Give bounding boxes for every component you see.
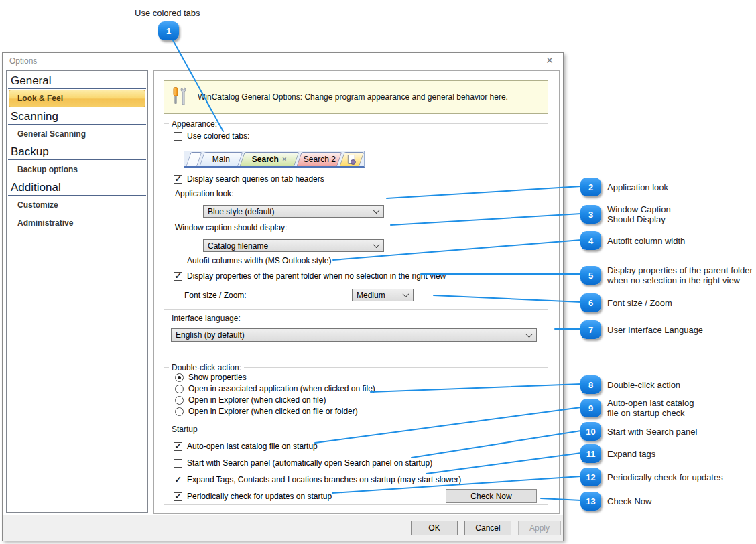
start-with-search-panel-checkbox[interactable]: Start with Search panel (automatically o… (174, 458, 432, 468)
checkbox-box (174, 492, 182, 501)
tab-label: Search 2 (303, 155, 335, 164)
tools-icon (171, 86, 187, 108)
callout-10: 10 Start with Search panel (580, 422, 697, 441)
banner-text: WinCatalog General Options: Change progr… (198, 92, 508, 102)
callout-label-5: Display properties of the parent folder … (607, 265, 753, 285)
checkbox-box (174, 132, 182, 141)
callout-label-2: Application look (607, 182, 668, 192)
radio-show-properties[interactable]: Show properties (175, 372, 247, 382)
appearance-group: Appearance: Use colored tabs: Main Searc… (164, 123, 548, 310)
tab-preview-main: Main (199, 152, 243, 166)
checkbox-box (174, 175, 182, 184)
radio-open-explorer-file-folder[interactable]: Open in Explorer (when clicked on file o… (175, 407, 358, 416)
interface-language-group: Interface language: English (by default) (164, 318, 548, 352)
callout-badge-4: 4 (580, 231, 601, 250)
callout-badge-10: 10 (580, 422, 601, 441)
checkbox-box (174, 257, 182, 265)
double-click-group-label: Double-click action: (169, 363, 244, 372)
check-updates-checkbox[interactable]: Periodically check for updates on startu… (174, 492, 332, 501)
sidebar-header-backup: Backup (8, 143, 146, 160)
check-now-button[interactable]: Check Now (446, 489, 537, 503)
callout-badge-8: 8 (580, 375, 601, 394)
callout-label-10: Start with Search panel (607, 427, 697, 437)
callout-label-8: Double-click action (607, 380, 680, 390)
tab-preview-search2: Search 2 (296, 152, 342, 166)
sidebar-item-look-and-feel[interactable]: Look & Feel (9, 90, 145, 107)
callout-badge-13: 13 (580, 492, 601, 511)
font-size-zoom-label: Font size / Zoom: (184, 291, 247, 300)
document-lock-icon (348, 155, 355, 164)
ok-button[interactable]: OK (411, 521, 458, 535)
close-icon[interactable]: × (542, 54, 557, 68)
chevron-down-icon (526, 331, 533, 338)
application-look-select[interactable]: Blue style (default) (203, 205, 384, 218)
sidebar-header-additional: Additional (8, 179, 146, 196)
radio-open-associated[interactable]: Open in associated application (when cli… (175, 384, 375, 393)
tab-label: Main (212, 155, 229, 164)
checkbox-label: Autofit columns width (MS Outlook style) (187, 256, 331, 265)
callout-label-4: Autofit column width (607, 236, 685, 246)
tab-preview-search: Search × (240, 152, 300, 166)
checkbox-label: Auto-open last catalog file on startup (187, 441, 318, 451)
callout-3: 3 Window Caption Should Display (580, 204, 671, 224)
colored-tabs-preview: Main Search × Search 2 (184, 151, 365, 168)
callout-label-1: Use colored tabs (135, 8, 200, 18)
checkbox-label: Display search queries on tab headers (187, 174, 324, 184)
checkbox-box (174, 459, 182, 468)
auto-open-last-catalog-checkbox[interactable]: Auto-open last catalog file on startup (174, 441, 318, 451)
sidebar-item-backup-options[interactable]: Backup options (9, 161, 145, 178)
options-dialog: Options × General Look & Feel Scanning G… (2, 52, 564, 541)
apply-button: Apply (518, 521, 561, 535)
display-search-queries-checkbox[interactable]: Display search queries on tab headers (174, 174, 324, 184)
sidebar-item-general-scanning[interactable]: General Scanning (9, 125, 145, 143)
info-banner: WinCatalog General Options: Change progr… (164, 80, 548, 114)
callout-badge-1: 1 (158, 21, 179, 40)
checkbox-box (174, 272, 182, 281)
callout-4: 4 Autofit column width (580, 231, 685, 250)
cancel-button[interactable]: Cancel (464, 521, 511, 535)
checkbox-box (174, 476, 182, 484)
interface-language-select[interactable]: English (by default) (171, 328, 537, 342)
use-colored-tabs-checkbox[interactable]: Use colored tabs: (174, 131, 249, 141)
appearance-group-label: Appearance: (169, 119, 220, 129)
callout-11: 11 Expand tags (580, 444, 655, 463)
window-caption-label: Window caption should display: (175, 223, 287, 232)
checkbox-label: Display properties of the parent folder … (187, 271, 446, 281)
autofit-columns-checkbox[interactable]: Autofit columns width (MS Outlook style) (174, 256, 331, 265)
callout-badge-3: 3 (580, 205, 601, 224)
tab-close-icon: × (282, 155, 287, 164)
expand-branches-checkbox[interactable]: Expand Tags, Contacts and Locations bran… (174, 475, 461, 484)
dialog-titlebar: Options × (3, 53, 563, 69)
callout-badge-2: 2 (580, 178, 601, 196)
dialog-footer: OK Cancel Apply (3, 515, 563, 541)
callout-9: 9 Auto-open last catalog file on startup… (580, 398, 694, 418)
callout-2: 2 Application look (580, 178, 668, 196)
selected-value: Catalog filename (208, 241, 268, 251)
callout-number: 1 (166, 26, 171, 36)
startup-group-label: Startup (169, 425, 200, 434)
sidebar-item-customize[interactable]: Customize (9, 196, 145, 214)
font-size-zoom-select[interactable]: Medium (352, 289, 414, 301)
chevron-down-icon (403, 291, 410, 297)
dialog-title: Options (9, 56, 37, 66)
callout-6: 6 Font size / Zoom (580, 293, 672, 312)
callout-badge-12: 12 (580, 468, 601, 486)
display-parent-props-checkbox[interactable]: Display properties of the parent folder … (174, 271, 446, 281)
sidebar-item-administrative[interactable]: Administrative (9, 214, 145, 232)
checkbox-label: Periodically check for updates on startu… (187, 492, 332, 501)
checkbox-label: Expand Tags, Contacts and Locations bran… (187, 475, 461, 484)
callout-label-11: Expand tags (607, 449, 655, 459)
callout-badge-6: 6 (580, 293, 601, 312)
radio-open-explorer-file[interactable]: Open in Explorer (when clicked on file) (175, 395, 326, 405)
radio-circle (175, 385, 184, 393)
callout-label-6: Font size / Zoom (607, 298, 672, 308)
callout-8: 8 Double-click action (580, 375, 680, 394)
tab-label: Search (252, 155, 279, 164)
chevron-down-icon (373, 207, 380, 214)
double-click-group: Double-click action: Show properties Ope… (164, 367, 548, 419)
radio-circle (175, 407, 184, 416)
callout-badge-11: 11 (580, 444, 601, 463)
radio-label: Open in Explorer (when clicked on file o… (188, 407, 358, 416)
window-caption-select[interactable]: Catalog filename (203, 239, 384, 252)
radio-circle (175, 373, 184, 382)
